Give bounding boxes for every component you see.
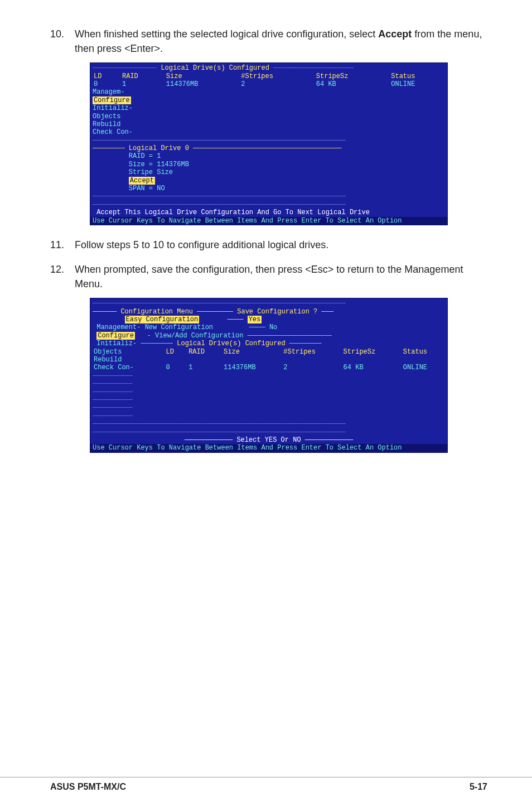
t2-prompt: Select YES Or NO xyxy=(236,436,301,444)
t2-h-status: Status xyxy=(400,348,447,356)
t2-title: Logical Drive(s) Configured xyxy=(177,340,285,347)
t2-save-title: Save Configuration ? xyxy=(237,308,317,316)
t2-h-raid: RAID xyxy=(185,348,220,356)
t1-r-ld: 0 xyxy=(90,80,119,88)
t2-table: Objects LD RAID Size #Stripes StripeSz S… xyxy=(90,348,447,372)
t1-r-status: ONLINE xyxy=(388,80,447,88)
t2-r-ld: 0 xyxy=(162,364,185,371)
t1-sub-span: SPAN = NO xyxy=(129,185,165,192)
t2-no: No xyxy=(269,323,277,331)
t1-r-raid: 1 xyxy=(119,80,163,88)
t1-r-stripes: 2 xyxy=(238,80,312,88)
t2-cfg-view: View/Add Configuration xyxy=(155,332,243,340)
t2-r-stripesz: 64 KB xyxy=(340,364,400,371)
t1-menu-rebuild: Rebuild xyxy=(90,120,447,128)
t2-cfg-title: Configuration Menu xyxy=(120,308,193,316)
terminal-screenshot-1: ──────────────── Logical Drive(s) Config… xyxy=(90,62,448,225)
t2-left-configure: Configure xyxy=(96,332,135,340)
t1-menu-objects: Objects xyxy=(90,113,447,120)
t1-h-raid: RAID xyxy=(119,73,163,80)
step-10-num: 10. xyxy=(50,27,75,56)
t1-title: Logical Drive(s) Configured xyxy=(161,64,269,72)
t1-h-size: Size xyxy=(163,73,238,80)
t1-r-size: 114376MB xyxy=(163,80,238,88)
step-12-body: When prompted, save the configuration, t… xyxy=(75,262,487,291)
t1-h-stripes: #Stripes xyxy=(238,73,312,80)
step-10-body: When finished setting the selected logic… xyxy=(75,27,487,56)
t2-r-raid: 1 xyxy=(185,364,220,371)
t1-sub-accept: Accept xyxy=(129,177,155,185)
t1-hint: Use Cursor Keys To Navigate Between Item… xyxy=(93,217,402,225)
t1-sub-stripe: Stripe Size xyxy=(129,168,173,176)
t1-r-stripesz: 64 KB xyxy=(313,80,388,88)
t2-r-size: 114376MB xyxy=(220,364,280,371)
t1-menu-init: Initializ- xyxy=(90,104,447,112)
t1-menu-manage: Managem- xyxy=(90,88,447,96)
t1-h-ld: LD xyxy=(90,73,119,80)
t1-sub-raid: RAID = 1 xyxy=(129,152,161,160)
t1-sub-size: Size = 114376MB xyxy=(129,161,189,168)
step-10-pre: When finished setting the selected logic… xyxy=(75,28,378,40)
t2-r-status: ONLINE xyxy=(400,364,447,371)
step-12-num: 12. xyxy=(50,262,75,291)
t2-cfg-easy: Easy Configuration xyxy=(125,316,200,323)
t2-r-stripes: 2 xyxy=(280,364,340,371)
t2-cfg-new: New Configuration xyxy=(145,323,213,331)
t2-left-objects: Objects xyxy=(90,348,162,356)
t2-left-management: Management- xyxy=(96,323,141,331)
step-12: 12. When prompted, save the configuratio… xyxy=(50,262,487,291)
step-11-body: Follow steps 5 to 10 to configure additi… xyxy=(75,238,487,252)
t2-hint: Use Cursor Keys To Navigate Between Item… xyxy=(93,444,402,452)
t1-menu-configure: Configure xyxy=(93,96,131,104)
t1-table: LD RAID Size #Stripes StripeSz Status 0 … xyxy=(90,73,447,89)
step-10: 10. When finished setting the selected l… xyxy=(50,27,487,56)
step-11: 11. Follow steps 5 to 10 to configure ad… xyxy=(50,238,487,252)
terminal-screenshot-2: ────────────────────────────────────────… xyxy=(90,298,448,452)
t2-left-init: Initializ- xyxy=(96,340,137,347)
t2-h-ld: LD xyxy=(162,348,185,356)
t1-subtitle: Logical Drive 0 xyxy=(129,144,189,152)
t1-menu-check: Check Con- xyxy=(90,128,447,136)
t2-h-stripes: #Stripes xyxy=(280,348,340,356)
step-11-num: 11. xyxy=(50,238,75,252)
t2-left-rebuild: Rebuild xyxy=(90,356,162,364)
t1-h-stripesz: StripeSz xyxy=(313,73,388,80)
t1-h-status: Status xyxy=(388,73,447,80)
t2-left-check: Check Con- xyxy=(90,364,162,371)
step-10-bold: Accept xyxy=(378,28,412,40)
t2-h-size: Size xyxy=(220,348,280,356)
t2-yes: Yes xyxy=(248,316,262,323)
t2-h-stripesz: StripeSz xyxy=(340,348,400,356)
t1-prompt: Accept This Logical Drive Configuration … xyxy=(96,209,370,216)
